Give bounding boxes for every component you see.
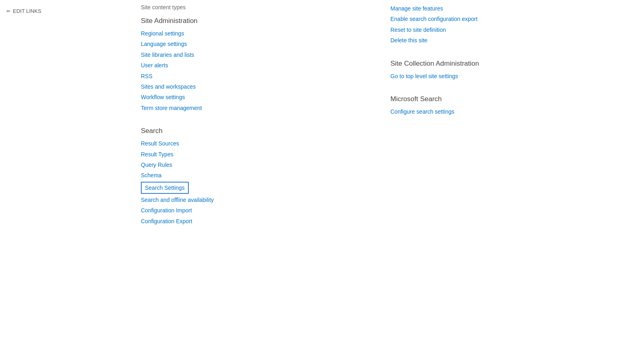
site-collection-heading: Site Collection Administration: [390, 60, 628, 68]
workflow-settings-link[interactable]: Workflow settings: [141, 93, 366, 102]
site-content-types-label: Site content types: [141, 4, 186, 10]
site-admin-heading: Site Administration: [141, 17, 366, 25]
sites-workspaces-link[interactable]: Sites and workspaces: [141, 82, 366, 91]
microsoft-search-section: Microsoft Search Configure search settin…: [390, 95, 628, 116]
left-column: Site content types Site Administration R…: [141, 4, 366, 339]
reset-site-definition-link[interactable]: Reset to site definition: [390, 25, 628, 34]
site-content-types-top: Site content types: [141, 4, 366, 10]
configure-search-settings-link[interactable]: Configure search settings: [390, 107, 628, 116]
top-level-settings-link[interactable]: Go to top level site settings: [390, 72, 628, 81]
delete-site-link[interactable]: Delete this site: [390, 36, 628, 45]
edit-links-label: EDIT LINKS: [13, 8, 41, 14]
config-import-link[interactable]: Configuration Import: [141, 206, 366, 215]
site-admin-section: Site Administration Regional settings La…: [141, 17, 366, 112]
main-content: Site content types Site Administration R…: [89, 0, 644, 355]
enable-search-config-link[interactable]: Enable search configuration export: [390, 15, 628, 23]
result-types-link[interactable]: Result Types: [141, 150, 366, 159]
rss-link[interactable]: RSS: [141, 72, 366, 81]
search-offline-link[interactable]: Search and offline availability: [141, 195, 366, 204]
query-rules-link[interactable]: Query Rules: [141, 160, 366, 169]
right-column: Manage site features Enable search confi…: [366, 4, 628, 339]
page-container: ✏ EDIT LINKS Site content types Site Adm…: [0, 0, 644, 355]
config-export-link[interactable]: Configuration Export: [141, 217, 366, 226]
search-section: Search Result Sources Result Types Query…: [141, 127, 366, 226]
term-store-link[interactable]: Term store management: [141, 104, 366, 112]
search-settings-link[interactable]: Search Settings: [141, 182, 189, 194]
left-nav: ✏ EDIT LINKS: [0, 0, 89, 355]
regional-settings-link[interactable]: Regional settings: [141, 29, 366, 38]
user-alerts-link[interactable]: User alerts: [141, 61, 366, 70]
language-settings-link[interactable]: Language settings: [141, 39, 366, 48]
edit-links-button[interactable]: ✏ EDIT LINKS: [6, 8, 82, 14]
pencil-icon: ✏: [6, 8, 10, 14]
search-heading: Search: [141, 127, 366, 135]
manage-site-features-link[interactable]: Manage site features: [390, 4, 628, 13]
site-actions-section: Manage site features Enable search confi…: [390, 4, 628, 45]
microsoft-search-heading: Microsoft Search: [390, 95, 628, 103]
schema-link[interactable]: Schema: [141, 171, 366, 180]
result-sources-link[interactable]: Result Sources: [141, 139, 366, 148]
site-libraries-link[interactable]: Site libraries and lists: [141, 50, 366, 59]
site-collection-section: Site Collection Administration Go to top…: [390, 60, 628, 81]
